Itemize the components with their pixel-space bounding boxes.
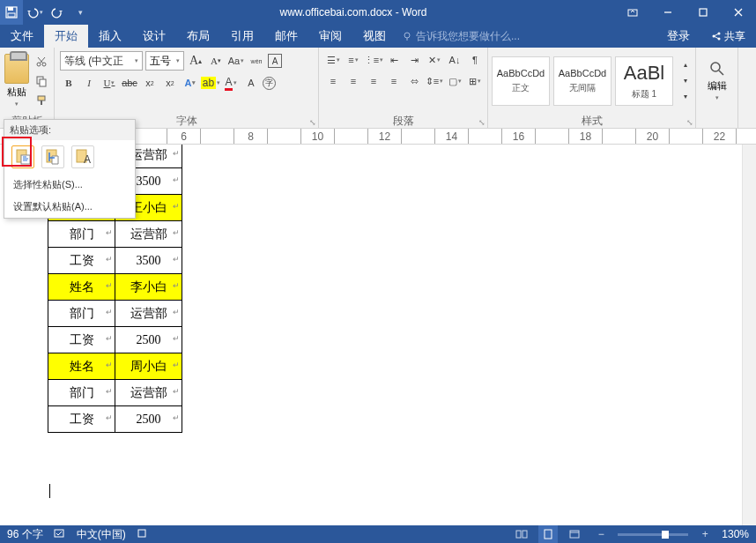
align-left-button[interactable]: ≡ (324, 72, 342, 90)
justify-button[interactable]: ≡ (385, 72, 403, 90)
tell-me-search[interactable]: 告诉我您想要做什么... (397, 25, 520, 48)
decrease-indent-button[interactable]: ⇤ (385, 51, 403, 69)
set-default-paste-item[interactable]: 设置默认粘贴(A)... (4, 196, 135, 218)
font-name-combo[interactable]: 等线 (中文正▾ (60, 51, 143, 71)
paste-special-item[interactable]: 选择性粘贴(S)... (4, 174, 135, 196)
qat-customize-button[interactable]: ▾ (69, 0, 92, 25)
table-cell[interactable]: 工资↵ (48, 406, 115, 433)
multilevel-button[interactable]: ⋮≡▾ (365, 51, 382, 69)
asian-layout-button[interactable]: ✕▾ (426, 51, 443, 69)
find-button[interactable]: 编辑 ▾ (701, 52, 733, 110)
table-cell[interactable]: 工资↵ (48, 248, 115, 274)
char-border-button[interactable]: A (268, 54, 282, 68)
paste-button[interactable]: 粘贴 ▾ (4, 52, 29, 110)
char-shading-button[interactable]: A (242, 74, 260, 92)
tab-view[interactable]: 视图 (352, 25, 397, 48)
bullets-button[interactable]: ☰▾ (324, 51, 342, 69)
table-cell[interactable]: 周小白↵ (115, 353, 182, 380)
table-cell[interactable]: 李小白↵ (115, 274, 182, 301)
font-dialog-launcher[interactable]: ⤡ (309, 118, 316, 127)
web-layout-button[interactable] (565, 525, 584, 543)
tab-review[interactable]: 审阅 (308, 25, 352, 48)
change-case-button[interactable]: Aa▾ (227, 52, 245, 70)
print-layout-button[interactable] (538, 525, 558, 543)
tab-mailings[interactable]: 邮件 (264, 25, 308, 48)
italic-button[interactable]: I (80, 74, 98, 92)
superscript-button[interactable]: x2 (161, 74, 179, 92)
zoom-slider[interactable] (618, 533, 688, 536)
enclose-char-button[interactable]: 字 (263, 77, 276, 90)
table-cell[interactable]: 运营部↵ (115, 301, 182, 327)
minimize-button[interactable] (650, 0, 686, 25)
table-cell[interactable]: 部门↵ (48, 380, 115, 406)
close-button[interactable] (721, 0, 756, 25)
numbering-button[interactable]: ≡▾ (345, 51, 362, 69)
table-cell[interactable]: 工资↵ (48, 327, 115, 353)
styles-dialog-launcher[interactable]: ⤡ (686, 118, 693, 127)
redo-button[interactable] (46, 0, 69, 25)
tab-layout[interactable]: 布局 (176, 25, 220, 48)
table-cell[interactable]: 部门↵ (48, 301, 115, 327)
table-cell[interactable]: 部门↵ (48, 221, 115, 248)
paragraph-dialog-launcher[interactable]: ⤡ (478, 118, 485, 127)
bold-button[interactable]: B (60, 74, 78, 92)
tab-references[interactable]: 引用 (220, 25, 264, 48)
table-cell[interactable]: 姓名↵ (48, 274, 115, 301)
paste-merge-button[interactable] (41, 145, 64, 168)
read-mode-button[interactable] (512, 525, 531, 543)
table-cell[interactable]: 2500↵ (115, 406, 182, 433)
macro-record-icon[interactable] (137, 528, 147, 541)
tab-design[interactable]: 设计 (132, 25, 176, 48)
table-cell[interactable]: 2500↵ (115, 327, 182, 353)
shrink-font-button[interactable]: A▾ (207, 52, 225, 70)
borders-button[interactable]: ⊞▾ (466, 72, 484, 90)
save-button[interactable] (0, 0, 23, 25)
maximize-button[interactable] (686, 0, 721, 25)
table-cell[interactable]: 运营部↵ (115, 221, 182, 248)
style-item-2[interactable]: AaBl标题 1 (615, 56, 673, 106)
line-spacing-button[interactable]: ⇕≡▾ (426, 72, 443, 90)
distribute-button[interactable]: ⬄ (405, 72, 423, 90)
vertical-scrollbar[interactable] (742, 145, 756, 525)
strikethrough-button[interactable]: abc (121, 74, 138, 92)
cut-button[interactable] (33, 53, 50, 71)
styles-scroll-down[interactable]: ▾ (677, 73, 694, 89)
subscript-button[interactable]: x2 (141, 74, 159, 92)
language-status[interactable]: 中文(中国) (77, 527, 126, 542)
grow-font-button[interactable]: A▴ (187, 52, 204, 70)
style-item-0[interactable]: AaBbCcDd正文 (492, 56, 550, 106)
table-cell[interactable]: 姓名↵ (48, 353, 115, 380)
text-effects-button[interactable]: A▾ (182, 74, 199, 92)
word-count[interactable]: 96 个字 (7, 527, 43, 542)
tab-insert[interactable]: 插入 (88, 25, 132, 48)
sort-button[interactable]: A↓ (446, 51, 463, 69)
copy-button[interactable] (33, 72, 50, 90)
show-marks-button[interactable]: ¶ (466, 51, 484, 69)
tab-home[interactable]: 开始 (44, 25, 88, 48)
table-cell[interactable]: 3500↵ (115, 248, 182, 274)
highlight-button[interactable]: ab▾ (202, 74, 219, 92)
paste-text-only-button[interactable]: A (71, 145, 94, 168)
zoom-out-button[interactable]: − (591, 525, 611, 543)
zoom-level[interactable]: 130% (722, 528, 749, 540)
styles-expand[interactable]: ▾ (677, 89, 694, 105)
increase-indent-button[interactable]: ⇥ (405, 51, 423, 69)
ribbon-display-button[interactable] (615, 0, 650, 25)
format-painter-button[interactable] (33, 92, 50, 109)
align-right-button[interactable]: ≡ (365, 72, 382, 90)
share-button[interactable]: 共享 (700, 25, 756, 48)
align-center-button[interactable]: ≡ (345, 72, 362, 90)
undo-button[interactable]: ▾ (23, 0, 46, 25)
font-color-button[interactable]: A▾ (222, 74, 240, 92)
zoom-in-button[interactable]: + (695, 525, 715, 543)
styles-scroll-up[interactable]: ▴ (677, 57, 694, 73)
font-size-combo[interactable]: 五号▾ (145, 51, 184, 71)
table-cell[interactable]: 运营部↵ (115, 380, 182, 406)
style-item-1[interactable]: AaBbCcDd无间隔 (553, 56, 611, 106)
tab-file[interactable]: 文件 (0, 25, 44, 48)
phonetic-guide-button[interactable]: wén (248, 52, 265, 70)
spell-check-icon[interactable] (54, 527, 66, 542)
underline-button[interactable]: U▾ (100, 74, 118, 92)
login-button[interactable]: 登录 (656, 25, 700, 48)
shading-button[interactable]: ▢▾ (446, 72, 463, 90)
